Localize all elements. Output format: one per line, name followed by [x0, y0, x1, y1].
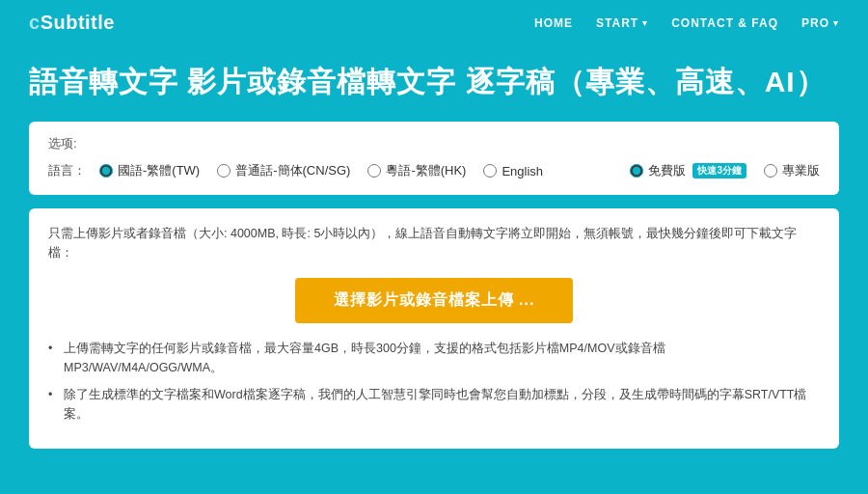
version-radio-group: 免費版 快速3分鐘 專業版 — [630, 162, 820, 179]
lang-option-cn[interactable]: 普通話-簡体(CN/SG) — [217, 162, 350, 179]
feature-list: 上傳需轉文字的任何影片或錄音檔，最大容量4GB，時長300分鐘，支援的格式包括影… — [48, 339, 820, 424]
lang-label-tw: 國語-繁體(TW) — [118, 162, 200, 179]
logo-name: Subtitle — [41, 12, 115, 33]
options-label: 选项: — [48, 135, 820, 152]
lang-row: 語言： 國語-繁體(TW) 普通話-簡体(CN/SG) 粵語-繁體(HK) En… — [48, 162, 820, 179]
nav-links: HOME START ▾ CONTACT & FAQ PRO ▾ — [534, 16, 839, 30]
version-label-free: 免費版 — [648, 162, 686, 179]
lang-option-en[interactable]: English — [483, 164, 543, 178]
hero-section: 語音轉文字 影片或錄音檔轉文字 逐字稿（專業、高速、AI） 选项: 語言： 國語… — [0, 45, 868, 458]
upload-description: 只需上傳影片或者錄音檔（大小: 4000MB, 時長: 5小時以內），線上語音自… — [48, 224, 820, 262]
nav-label-faq: CONTACT & FAQ — [671, 16, 778, 30]
nav-item-pro[interactable]: PRO ▾ — [801, 16, 839, 30]
language-radio-group: 國語-繁體(TW) 普通話-簡体(CN/SG) 粵語-繁體(HK) Englis… — [99, 162, 630, 179]
nav-label-start: START — [596, 16, 638, 30]
list-item: 上傳需轉文字的任何影片或錄音檔，最大容量4GB，時長300分鐘，支援的格式包括影… — [48, 339, 820, 377]
navbar: cSubtitle HOME START ▾ CONTACT & FAQ PRO… — [0, 0, 868, 45]
logo-prefix: c — [29, 12, 41, 33]
upload-button[interactable]: 選擇影片或錄音檔案上傳 ... — [295, 278, 574, 323]
fast-badge: 快速3分鐘 — [692, 163, 746, 178]
nav-label-pro: PRO — [801, 16, 829, 30]
list-item: 除了生成標準的文字檔案和Word檔案逐字稿，我們的人工智慧引擎同時也會幫您自動加… — [48, 385, 820, 424]
lang-option-hk[interactable]: 粵語-繁體(HK) — [367, 162, 466, 179]
nav-item-home[interactable]: HOME — [534, 16, 573, 30]
lang-label-cn: 普通話-簡体(CN/SG) — [235, 162, 350, 179]
version-label-pro: 專業版 — [782, 162, 820, 179]
options-box: 选项: 語言： 國語-繁體(TW) 普通話-簡体(CN/SG) 粵語-繁體(HK… — [29, 122, 839, 195]
nav-label-home: HOME — [534, 16, 573, 30]
nav-item-start[interactable]: START ▾ — [596, 16, 648, 30]
version-option-free[interactable]: 免費版 快速3分鐘 — [630, 162, 746, 179]
bullet-text-1: 上傳需轉文字的任何影片或錄音檔，最大容量4GB，時長300分鐘，支援的格式包括影… — [64, 342, 665, 374]
bullet-text-2: 除了生成標準的文字檔案和Word檔案逐字稿，我們的人工智慧引擎同時也會幫您自動加… — [64, 388, 807, 421]
nav-item-faq[interactable]: CONTACT & FAQ — [671, 16, 778, 30]
hero-title: 語音轉文字 影片或錄音檔轉文字 逐字稿（專業、高速、AI） — [29, 63, 839, 100]
lang-label-en: English — [502, 164, 543, 178]
lang-option-tw[interactable]: 國語-繁體(TW) — [99, 162, 200, 179]
chevron-down-icon: ▾ — [833, 18, 839, 28]
version-option-pro[interactable]: 專業版 — [764, 162, 820, 179]
logo[interactable]: cSubtitle — [29, 12, 115, 34]
lang-label: 語言： — [48, 162, 86, 179]
upload-button-wrap: 選擇影片或錄音檔案上傳 ... — [48, 278, 820, 323]
lang-label-hk: 粵語-繁體(HK) — [386, 162, 466, 179]
chevron-down-icon: ▾ — [642, 18, 648, 28]
upload-box: 只需上傳影片或者錄音檔（大小: 4000MB, 時長: 5小時以內），線上語音自… — [29, 208, 839, 449]
